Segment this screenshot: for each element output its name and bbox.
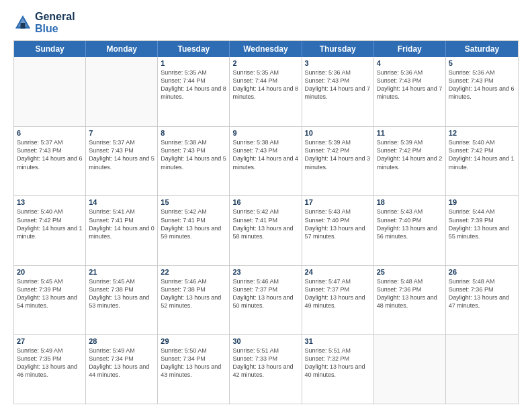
cell-info: Sunrise: 5:39 AM Sunset: 7:42 PM Dayligh… <box>377 138 443 171</box>
day-number: 6 <box>17 129 83 137</box>
cell-info: Sunrise: 5:35 AM Sunset: 7:44 PM Dayligh… <box>232 68 298 101</box>
day-number: 18 <box>377 198 443 206</box>
calendar-cell-day-4: 4Sunrise: 5:36 AM Sunset: 7:43 PM Daylig… <box>374 57 446 126</box>
calendar-cell-empty <box>86 57 158 126</box>
day-number: 5 <box>449 59 515 67</box>
day-number: 25 <box>377 268 443 276</box>
calendar-cell-day-23: 23Sunrise: 5:46 AM Sunset: 7:37 PM Dayli… <box>230 266 302 334</box>
day-number: 3 <box>305 59 371 67</box>
cell-info: Sunrise: 5:47 AM Sunset: 7:37 PM Dayligh… <box>305 277 371 310</box>
weekday-header-friday: Friday <box>374 41 446 57</box>
cell-info: Sunrise: 5:43 AM Sunset: 7:40 PM Dayligh… <box>305 208 371 240</box>
day-number: 15 <box>161 198 226 206</box>
cell-info: Sunrise: 5:42 AM Sunset: 7:41 PM Dayligh… <box>232 208 298 240</box>
day-number: 30 <box>232 337 298 345</box>
calendar-cell-day-16: 16Sunrise: 5:42 AM Sunset: 7:41 PM Dayli… <box>230 196 302 265</box>
weekday-header-sunday: Sunday <box>14 41 86 57</box>
calendar-cell-day-9: 9Sunrise: 5:38 AM Sunset: 7:43 PM Daylig… <box>230 127 302 195</box>
day-number: 20 <box>17 268 83 276</box>
cell-info: Sunrise: 5:36 AM Sunset: 7:43 PM Dayligh… <box>377 68 443 101</box>
day-number: 14 <box>89 198 154 206</box>
calendar-cell-day-1: 1Sunrise: 5:35 AM Sunset: 7:44 PM Daylig… <box>158 57 230 126</box>
calendar-cell-day-20: 20Sunrise: 5:45 AM Sunset: 7:39 PM Dayli… <box>14 266 86 334</box>
calendar-cell-day-7: 7Sunrise: 5:37 AM Sunset: 7:43 PM Daylig… <box>86 127 158 195</box>
calendar-cell-day-5: 5Sunrise: 5:36 AM Sunset: 7:43 PM Daylig… <box>446 57 518 126</box>
page: General Blue SundayMondayTuesdayWednesda… <box>0 0 532 411</box>
calendar-cell-day-29: 29Sunrise: 5:50 AM Sunset: 7:34 PM Dayli… <box>158 335 230 404</box>
cell-info: Sunrise: 5:51 AM Sunset: 7:32 PM Dayligh… <box>305 347 371 379</box>
weekday-header-tuesday: Tuesday <box>158 41 230 57</box>
cell-info: Sunrise: 5:48 AM Sunset: 7:36 PM Dayligh… <box>377 277 443 310</box>
logo: General Blue <box>13 11 75 35</box>
cell-info: Sunrise: 5:45 AM Sunset: 7:38 PM Dayligh… <box>89 277 154 310</box>
cell-info: Sunrise: 5:37 AM Sunset: 7:43 PM Dayligh… <box>17 138 83 171</box>
day-number: 21 <box>89 268 154 276</box>
calendar-cell-empty <box>446 335 518 404</box>
calendar-cell-day-31: 31Sunrise: 5:51 AM Sunset: 7:32 PM Dayli… <box>302 335 374 404</box>
cell-info: Sunrise: 5:36 AM Sunset: 7:43 PM Dayligh… <box>449 68 515 101</box>
calendar-cell-day-2: 2Sunrise: 5:35 AM Sunset: 7:44 PM Daylig… <box>230 57 302 126</box>
calendar-cell-day-13: 13Sunrise: 5:40 AM Sunset: 7:42 PM Dayli… <box>14 196 86 265</box>
calendar-cell-empty <box>374 335 446 404</box>
day-number: 8 <box>161 129 226 137</box>
cell-info: Sunrise: 5:38 AM Sunset: 7:43 PM Dayligh… <box>232 138 298 171</box>
cell-info: Sunrise: 5:42 AM Sunset: 7:41 PM Dayligh… <box>161 208 226 240</box>
cell-info: Sunrise: 5:51 AM Sunset: 7:33 PM Dayligh… <box>232 347 298 379</box>
cell-info: Sunrise: 5:46 AM Sunset: 7:38 PM Dayligh… <box>161 277 226 310</box>
cell-info: Sunrise: 5:40 AM Sunset: 7:42 PM Dayligh… <box>449 138 515 171</box>
logo-text: General Blue <box>35 11 75 35</box>
calendar-cell-day-24: 24Sunrise: 5:47 AM Sunset: 7:37 PM Dayli… <box>302 266 374 334</box>
day-number: 13 <box>17 198 83 206</box>
calendar-header: SundayMondayTuesdayWednesdayThursdayFrid… <box>14 41 518 57</box>
calendar-cell-empty <box>14 57 86 126</box>
day-number: 31 <box>305 337 371 345</box>
day-number: 16 <box>232 198 298 206</box>
cell-info: Sunrise: 5:45 AM Sunset: 7:39 PM Dayligh… <box>17 277 83 310</box>
calendar-cell-day-27: 27Sunrise: 5:49 AM Sunset: 7:35 PM Dayli… <box>14 335 86 404</box>
day-number: 23 <box>232 268 298 276</box>
calendar-cell-day-14: 14Sunrise: 5:41 AM Sunset: 7:41 PM Dayli… <box>86 196 158 265</box>
day-number: 9 <box>232 129 298 137</box>
header: General Blue <box>13 11 519 35</box>
day-number: 1 <box>161 59 226 67</box>
calendar-cell-day-28: 28Sunrise: 5:49 AM Sunset: 7:34 PM Dayli… <box>86 335 158 404</box>
calendar-row-4: 20Sunrise: 5:45 AM Sunset: 7:39 PM Dayli… <box>14 265 518 334</box>
weekday-header-saturday: Saturday <box>446 41 518 57</box>
calendar-cell-day-3: 3Sunrise: 5:36 AM Sunset: 7:43 PM Daylig… <box>302 57 374 126</box>
day-number: 12 <box>449 129 515 137</box>
calendar-body: 1Sunrise: 5:35 AM Sunset: 7:44 PM Daylig… <box>14 57 518 404</box>
day-number: 10 <box>305 129 371 137</box>
cell-info: Sunrise: 5:35 AM Sunset: 7:44 PM Dayligh… <box>161 68 226 101</box>
calendar-cell-day-11: 11Sunrise: 5:39 AM Sunset: 7:42 PM Dayli… <box>374 127 446 195</box>
day-number: 29 <box>161 337 226 345</box>
weekday-header-wednesday: Wednesday <box>230 41 302 57</box>
day-number: 22 <box>161 268 226 276</box>
calendar-cell-day-8: 8Sunrise: 5:38 AM Sunset: 7:43 PM Daylig… <box>158 127 230 195</box>
calendar-row-3: 13Sunrise: 5:40 AM Sunset: 7:42 PM Dayli… <box>14 195 518 265</box>
cell-info: Sunrise: 5:48 AM Sunset: 7:36 PM Dayligh… <box>449 277 515 310</box>
calendar-row-2: 6Sunrise: 5:37 AM Sunset: 7:43 PM Daylig… <box>14 126 518 195</box>
calendar-row-5: 27Sunrise: 5:49 AM Sunset: 7:35 PM Dayli… <box>14 334 518 404</box>
calendar-cell-day-17: 17Sunrise: 5:43 AM Sunset: 7:40 PM Dayli… <box>302 196 374 265</box>
cell-info: Sunrise: 5:39 AM Sunset: 7:42 PM Dayligh… <box>305 138 371 171</box>
day-number: 26 <box>449 268 515 276</box>
day-number: 19 <box>449 198 515 206</box>
weekday-header-monday: Monday <box>86 41 158 57</box>
calendar-cell-day-15: 15Sunrise: 5:42 AM Sunset: 7:41 PM Dayli… <box>158 196 230 265</box>
calendar-cell-day-10: 10Sunrise: 5:39 AM Sunset: 7:42 PM Dayli… <box>302 127 374 195</box>
calendar-cell-day-25: 25Sunrise: 5:48 AM Sunset: 7:36 PM Dayli… <box>374 266 446 334</box>
calendar-cell-day-30: 30Sunrise: 5:51 AM Sunset: 7:33 PM Dayli… <box>230 335 302 404</box>
calendar: SundayMondayTuesdayWednesdayThursdayFrid… <box>13 40 519 404</box>
cell-info: Sunrise: 5:36 AM Sunset: 7:43 PM Dayligh… <box>305 68 371 101</box>
day-number: 2 <box>232 59 298 67</box>
calendar-cell-day-21: 21Sunrise: 5:45 AM Sunset: 7:38 PM Dayli… <box>86 266 158 334</box>
day-number: 27 <box>17 337 83 345</box>
calendar-cell-day-19: 19Sunrise: 5:44 AM Sunset: 7:39 PM Dayli… <box>446 196 518 265</box>
cell-info: Sunrise: 5:43 AM Sunset: 7:40 PM Dayligh… <box>377 208 443 240</box>
calendar-cell-day-18: 18Sunrise: 5:43 AM Sunset: 7:40 PM Dayli… <box>374 196 446 265</box>
cell-info: Sunrise: 5:46 AM Sunset: 7:37 PM Dayligh… <box>232 277 298 310</box>
calendar-row-1: 1Sunrise: 5:35 AM Sunset: 7:44 PM Daylig… <box>14 57 518 126</box>
cell-info: Sunrise: 5:50 AM Sunset: 7:34 PM Dayligh… <box>161 347 226 379</box>
cell-info: Sunrise: 5:49 AM Sunset: 7:35 PM Dayligh… <box>17 347 83 379</box>
cell-info: Sunrise: 5:44 AM Sunset: 7:39 PM Dayligh… <box>449 208 515 240</box>
